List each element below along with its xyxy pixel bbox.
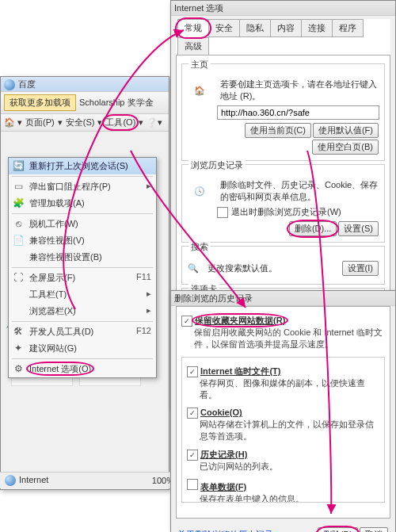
del-cancel-btn[interactable]: 取消 — [360, 527, 388, 532]
tab-privacy[interactable]: 隐私 — [239, 19, 271, 37]
fullscreen-icon: ⛶ — [12, 271, 25, 284]
statusbar: Internet 100% — [0, 472, 179, 488]
keep-fav-lbl: 保留收藏夹网站数据(R) — [195, 316, 285, 325]
mi-popup[interactable]: ▭弹出窗口阻止程序(P)▸ — [9, 178, 156, 195]
lbl-form: 表单数据(F) — [200, 482, 246, 492]
history-icon: 🕓 — [187, 178, 212, 204]
opts-tabs: 常规安全隐私内容连接程序高级 — [176, 19, 390, 55]
browser-tabstrip: 获取更多加载项 Scholarship 奖学金 — [1, 92, 169, 114]
home-url[interactable] — [217, 105, 379, 120]
tools-dropdown: 🔄重新打开上次浏览会话(S) ▭弹出窗口阻止程序(P)▸ 🧩管理加载项(A) ⎋… — [8, 157, 157, 378]
keep-fav-chk[interactable]: ✓ — [181, 316, 192, 327]
mi-offline[interactable]: ⎋脱机工作(W) — [9, 216, 156, 232]
mi-reopen[interactable]: 🔄重新打开上次浏览会话(S) — [9, 158, 156, 174]
search-legend: 搜索 — [188, 241, 211, 253]
mi-full[interactable]: ⛶全屏显示(F)F11 — [9, 270, 156, 286]
tab-conn[interactable]: 连接 — [301, 19, 333, 37]
compat-icon: 📄 — [12, 234, 25, 247]
mi-addons[interactable]: 🧩管理加载项(A) — [9, 195, 156, 212]
use-current[interactable]: 使用当前页(C) — [245, 123, 311, 138]
hist-legend: 浏览历史记录 — [188, 159, 246, 171]
refresh-icon: 🔄 — [12, 159, 25, 172]
search-settings[interactable]: 设置(I) — [342, 261, 379, 276]
popup-icon: ▭ — [12, 180, 25, 193]
tab-security[interactable]: 安全 — [208, 19, 240, 37]
mi-explorer[interactable]: 浏览器栏(X)▸ — [9, 303, 156, 320]
lbl-hist: 历史记录(H) — [200, 450, 247, 459]
safety-menu[interactable]: 安全(S) — [66, 117, 95, 128]
delete-btn[interactable]: 删除(D) — [318, 527, 358, 532]
browser-title: 百度 — [18, 79, 36, 89]
globe-icon — [5, 475, 16, 486]
desc-hist: 已访问网站的列表。 — [200, 461, 379, 473]
history-delete-btn[interactable]: 删除(D)... — [289, 221, 337, 236]
about-delete-link[interactable]: 关于删除浏览的历史记录 — [177, 529, 273, 532]
tab-general[interactable]: 常规 — [177, 19, 209, 37]
help-icon[interactable]: ❔▾ — [147, 117, 162, 128]
lbl-temp: Internet 临时文件(T) — [200, 366, 280, 376]
group-search: 搜索 🔍更改搜索默认值。设置(I) — [181, 246, 385, 285]
group-history: 浏览历史记录 🕓删除临时文件、历史记录、Cookie、保存的密码和网页表单信息。… — [181, 164, 385, 243]
exit-del-lbl: 退出时删除浏览历史记录(W) — [231, 206, 341, 218]
browser-tab-active[interactable]: 获取更多加载项 — [4, 94, 76, 111]
tab-prog[interactable]: 程序 — [332, 19, 364, 37]
browser-tab[interactable]: Scholarship 奖学金 — [79, 97, 154, 109]
keep-fav-desc: 保留启用收藏夹网站的 Cookie 和 Internet 临时文件，以保留首选项… — [194, 327, 385, 350]
page-menu[interactable]: 页面(P) — [25, 117, 55, 128]
chk-form[interactable] — [187, 479, 198, 490]
gear-icon: ⚙ — [12, 362, 25, 375]
tools-menu[interactable]: 工具(O) — [105, 117, 135, 128]
exit-del-chk[interactable] — [217, 207, 228, 218]
home-icon[interactable]: 🏠 ▾ — [4, 117, 22, 128]
group-home: 主页 🏠若要创建主页选项卡，请在各地址行键入地址 (R)。 使用当前页(C)使用… — [181, 63, 385, 161]
mi-dev[interactable]: 🛠开发人员工具(D)F12 — [9, 323, 156, 340]
browser-titlebar: 百度 — [1, 77, 169, 92]
desc-cookie: 网站存储在计算机上的文件，以保存如登录信息等首选项。 — [200, 419, 379, 442]
mi-sugg[interactable]: ✦建议网站(G) — [9, 340, 156, 357]
mi-toolbar[interactable]: 工具栏(T)▸ — [9, 286, 156, 303]
mi-inet-options[interactable]: ⚙Internet 选项(O) — [9, 361, 156, 377]
desc-form: 保存在表单中键入的信息。 — [200, 493, 379, 503]
delete-history-dialog: 删除浏览的历史记录 ✓ 保留收藏夹网站数据(R) 保留启用收藏夹网站的 Cook… — [170, 290, 396, 532]
del-titlebar: 删除浏览的历史记录 — [171, 291, 395, 306]
star-icon: ✦ — [12, 342, 25, 354]
home-legend: 主页 — [188, 59, 211, 71]
dev-icon: 🛠 — [12, 325, 25, 338]
opts-titlebar: Internet 选项 — [171, 1, 395, 16]
home-hint: 若要创建主页选项卡，请在各地址行键入地址 (R)。 — [220, 78, 379, 102]
status-text: Internet — [19, 475, 48, 484]
use-blank[interactable]: 使用空白页(B) — [312, 140, 379, 155]
chk-cookie[interactable]: ✓ — [187, 408, 198, 419]
globe-icon — [4, 79, 15, 90]
lbl-cookie: Cookie(O) — [200, 408, 242, 417]
tab-content[interactable]: 内容 — [270, 19, 302, 37]
home-icon: 🏠 — [187, 78, 212, 103]
mi-compatset[interactable]: 兼容性视图设置(B) — [9, 249, 156, 266]
search-icon: 🔍 — [187, 262, 200, 275]
chk-hist[interactable]: ✓ — [187, 450, 198, 461]
hist-hint: 删除临时文件、历史记录、Cookie、保存的密码和网页表单信息。 — [220, 179, 379, 203]
tab-adv[interactable]: 高级 — [177, 37, 209, 55]
browser-toolbar: 🏠 ▾ 页面(P)▾ 安全(S)▾ 工具(O)▾ ❔▾ — [1, 114, 169, 132]
search-hint: 更改搜索默认值。 — [208, 262, 338, 274]
history-settings-btn[interactable]: 设置(S) — [338, 221, 379, 236]
offline-icon: ⎋ — [12, 217, 25, 230]
addon-icon: 🧩 — [12, 197, 25, 209]
mi-compat[interactable]: 📄兼容性视图(V) — [9, 232, 156, 249]
desc-temp: 保存网页、图像和媒体的副本，以便快速查看。 — [200, 377, 379, 401]
chk-temp[interactable]: ✓ — [187, 366, 198, 377]
use-default[interactable]: 使用默认值(F) — [313, 123, 379, 138]
